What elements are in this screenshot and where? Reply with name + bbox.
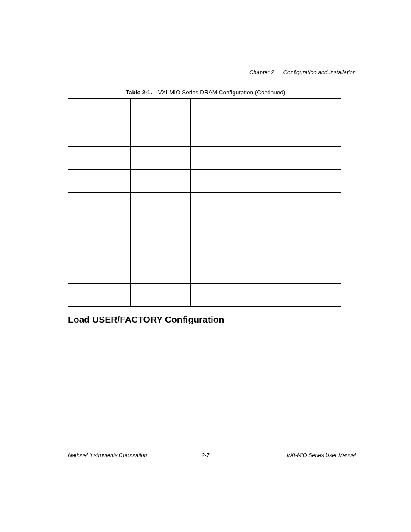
running-head: Chapter 2 Configuration and Installation: [249, 69, 356, 75]
table-row: [68, 215, 341, 238]
table-cell: [131, 215, 191, 238]
section-heading: Load USER/FACTORY Configuration: [68, 314, 224, 325]
table-cell: [191, 238, 234, 261]
table-cell: [131, 284, 191, 307]
table-cell: [191, 284, 234, 307]
table-header-cell: [131, 99, 191, 122]
table-cell: [234, 170, 298, 193]
table-cell: [298, 284, 341, 307]
table-cell: [234, 215, 298, 238]
table-cell: [298, 238, 341, 261]
running-head-title: Configuration and Installation: [283, 69, 356, 75]
table-cell: [68, 284, 131, 307]
table-cell: [234, 284, 298, 307]
table-cell: [68, 147, 131, 170]
table-cell: [68, 238, 131, 261]
table-row: [68, 284, 341, 307]
table-cell: [191, 170, 234, 193]
table-cell: [68, 170, 131, 193]
table-cell: [191, 261, 234, 284]
table-row: [68, 238, 341, 261]
table-header-row: [68, 99, 341, 122]
table-cell: [191, 147, 234, 170]
table-header-cell: [68, 99, 131, 122]
table-cell: [131, 193, 191, 215]
table-cell: [234, 193, 298, 215]
table-cell: [298, 261, 341, 284]
table-cell: [191, 193, 234, 215]
running-head-chapter: Chapter 2: [249, 69, 274, 75]
table-row: [68, 147, 341, 170]
table-header-cell: [191, 99, 234, 122]
footer-right: VXI-MIO Series User Manual: [286, 452, 356, 458]
table-cell: [298, 147, 341, 170]
table-header-cell: [298, 99, 341, 122]
table-caption: Table 2-1. VXI-MIO Series DRAM Configura…: [0, 89, 411, 96]
table-cell: [234, 147, 298, 170]
table-caption-text: VXI-MIO Series DRAM Configuration (Conti…: [158, 89, 286, 96]
table-cell: [298, 124, 341, 147]
table-header-cell: [234, 99, 298, 122]
page: Chapter 2 Configuration and Installation…: [0, 0, 411, 532]
table-cell: [131, 170, 191, 193]
table-row: [68, 124, 341, 147]
table-cell: [131, 124, 191, 147]
table-cell: [68, 124, 131, 147]
table-cell: [234, 261, 298, 284]
table-cell: [131, 147, 191, 170]
table-row: [68, 193, 341, 215]
table-cell: [234, 124, 298, 147]
table-wrap: [68, 98, 341, 307]
table-cell: [234, 238, 298, 261]
table-cell: [131, 238, 191, 261]
table-cell: [68, 193, 131, 215]
table-cell: [68, 261, 131, 284]
table-cell: [298, 170, 341, 193]
table-caption-label: Table 2-1.: [126, 89, 152, 96]
table-row: [68, 261, 341, 284]
table-cell: [191, 215, 234, 238]
table-row: [68, 170, 341, 193]
table-cell: [298, 215, 341, 238]
table-cell: [68, 215, 131, 238]
table-cell: [191, 124, 234, 147]
table-cell: [131, 261, 191, 284]
dram-config-table: [68, 98, 341, 307]
table-cell: [298, 193, 341, 215]
